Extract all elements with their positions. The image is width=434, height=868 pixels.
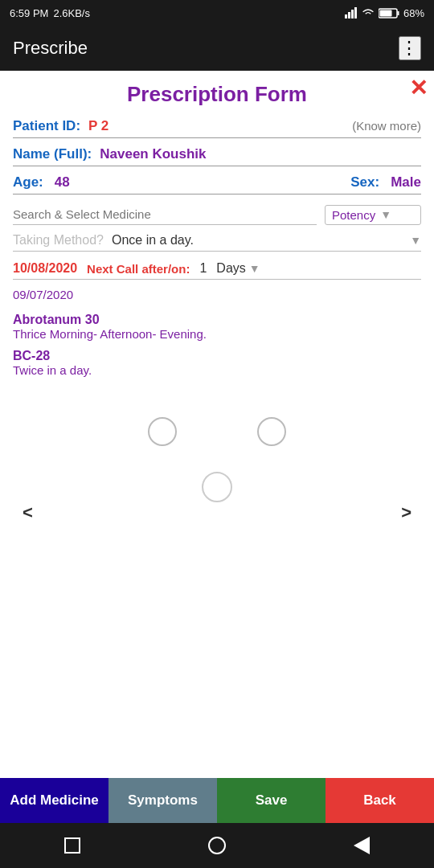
sex-value: Male (391, 174, 421, 190)
circle-row-top (148, 417, 286, 446)
prev-button[interactable]: < (23, 502, 33, 523)
circle-icon (208, 837, 226, 854)
taking-method-arrow[interactable]: ▼ (410, 234, 421, 247)
patient-id-row: Patient ID: P 2 (Know more) (13, 118, 421, 138)
home-circle-button[interactable] (206, 834, 228, 857)
nav-circle-right[interactable] (257, 417, 286, 446)
patient-id-label: Patient ID: (13, 118, 80, 134)
search-input[interactable] (13, 204, 317, 225)
taking-method-row: Taking Method? Once in a day. ▼ (13, 233, 421, 252)
previous-date: 09/07/2020 (13, 288, 421, 301)
current-date: 10/08/2020 (13, 261, 77, 276)
nav-arrows: < > (13, 502, 421, 523)
next-button[interactable]: > (401, 502, 411, 523)
medicine-item-1: Abrotanum 30 Thrice Morning- Afternoon- … (13, 313, 421, 341)
medicine-name-2: BC-28 (13, 349, 421, 363)
wifi-icon (362, 8, 375, 18)
symptoms-button[interactable]: Symptoms (108, 778, 217, 823)
top-bar: Prescribe ⋮ (0, 26, 434, 71)
age-value: 48 (55, 174, 340, 190)
save-button[interactable]: Save (217, 778, 326, 823)
battery-icon (379, 8, 399, 18)
svg-rect-6 (379, 10, 391, 16)
svg-rect-5 (397, 11, 399, 15)
next-call-label: Next Call after/on: (87, 262, 190, 276)
status-time: 6:59 PM (10, 7, 48, 19)
svg-rect-2 (351, 10, 354, 18)
square-icon (64, 837, 80, 854)
medicine-item-2: BC-28 Twice in a day. (13, 349, 421, 377)
patient-id-value: P 2 (88, 118, 344, 134)
signal-icon (345, 7, 358, 18)
sex-label: Sex: (350, 174, 379, 190)
date-row: 10/08/2020 Next Call after/on: 1 Days ▼ (13, 261, 421, 280)
form-title: Prescription Form (13, 82, 421, 107)
name-label: Name (Full): (13, 146, 92, 162)
next-call-number: 1 (199, 261, 207, 276)
age-sex-row: Age: 48 Sex: Male (13, 174, 421, 194)
status-data-speed: 2.6KB/s (53, 7, 90, 19)
name-value: Naveen Koushik (100, 146, 206, 162)
know-more-link[interactable]: (Know more) (352, 119, 421, 133)
status-bar: 6:59 PM 2.6KB/s 68% (0, 0, 434, 26)
add-medicine-button[interactable]: Add Medicine (0, 778, 108, 823)
svg-rect-1 (348, 12, 350, 18)
svg-rect-0 (345, 14, 347, 18)
circle-nav-area (13, 417, 421, 502)
taking-method-label: Taking Method? (13, 233, 104, 248)
home-square-button[interactable] (61, 834, 84, 857)
potency-dropdown[interactable]: Potency ▼ (325, 205, 421, 225)
potency-dropdown-arrow: ▼ (380, 208, 391, 221)
battery-percent: 68% (403, 7, 424, 19)
device-nav-bar (0, 823, 434, 868)
menu-button[interactable]: ⋮ (399, 36, 421, 60)
medicine-dosage-2: Twice in a day. (13, 363, 421, 377)
back-triangle-button[interactable] (350, 834, 373, 857)
status-left: 6:59 PM 2.6KB/s (10, 7, 90, 19)
close-button[interactable]: ✕ (409, 77, 428, 100)
medicine-list: Abrotanum 30 Thrice Morning- Afternoon- … (13, 313, 421, 377)
potency-label: Potency (332, 208, 375, 222)
days-dropdown-arrow: ▼ (249, 262, 260, 275)
nav-circle-center[interactable] (202, 472, 232, 502)
app-title: Prescribe (13, 38, 88, 59)
nav-circle-left[interactable] (148, 417, 177, 446)
svg-rect-3 (354, 7, 357, 18)
search-row: Potency ▼ (13, 204, 421, 225)
name-row: Name (Full): Naveen Koushik (13, 146, 421, 166)
taking-method-value: Once in a day. (112, 233, 194, 248)
days-select-wrapper[interactable]: Days ▼ (216, 261, 260, 276)
main-content: ✕ Prescription Form Patient ID: P 2 (Kno… (0, 71, 434, 762)
status-right: 68% (345, 7, 424, 19)
taking-method-wrapper: Once in a day. ▼ (112, 233, 421, 248)
medicine-dosage-1: Thrice Morning- Afternoon- Evening. (13, 327, 421, 341)
medicine-name-1: Abrotanum 30 (13, 313, 421, 327)
triangle-icon (354, 837, 370, 854)
back-button[interactable]: Back (326, 778, 434, 823)
action-bar: Add Medicine Symptoms Save Back (0, 778, 434, 823)
days-value: Days (216, 261, 245, 276)
age-label: Age: (13, 174, 43, 190)
